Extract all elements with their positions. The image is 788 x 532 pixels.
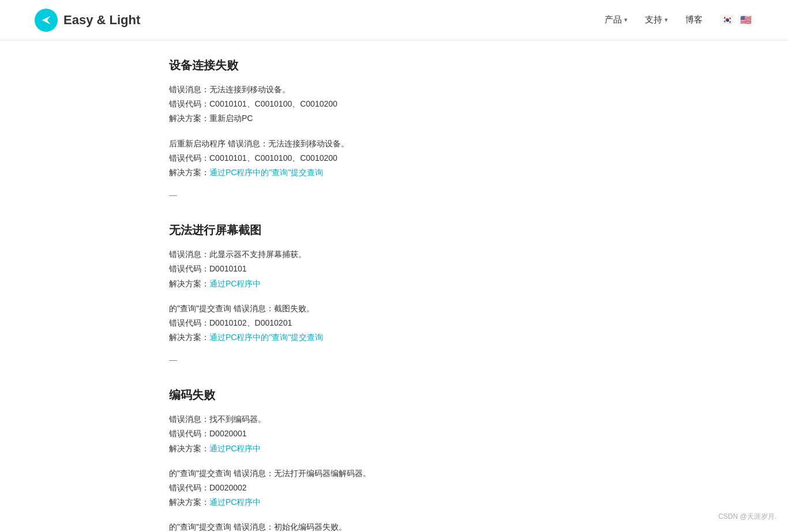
nav-item-blog[interactable]: 博客 [685,14,703,25]
entry-c1: 错误消息：无法连接到移动设备。 错误代码：C0010101、C0010100、C… [169,82,619,126]
section-screenshot-title: 无法进行屏幕截图 [169,222,619,238]
flag-kr[interactable]: 🇰🇷 [720,15,735,25]
e2-line1: 的"查询"提交查询 错误消息：无法打开编码器编解码器。 [169,466,619,481]
c2-line2: 错误代码：C0010101、C0010100、C0010200 [169,151,619,165]
section-encoding: 编码失败 错误消息：找不到编码器。 错误代码：D0020001 解决方案：通过P… [169,387,619,532]
nav-support-label: 支持 [645,14,662,25]
entry-e3: 的"查询"提交查询 错误消息：初始化编码器失败。 [169,520,619,532]
entry-s1: 错误消息：此显示器不支持屏幕捕获。 错误代码：D0010101 解决方案：通过P… [169,247,619,291]
main-content: 设备连接失败 错误消息：无法连接到移动设备。 错误代码：C0010101、C00… [134,40,654,532]
section-encoding-title: 编码失败 [169,387,619,403]
e2-line2: 错误代码：D0020002 [169,481,619,495]
entry-e1: 错误消息：找不到编码器。 错误代码：D0020001 解决方案：通过PC程序中 [169,412,619,456]
nav-item-products[interactable]: 产品 ▾ [605,14,628,25]
c2-line3: 解决方案：通过PC程序中的"查询"提交查询 [169,165,619,180]
e1-link[interactable]: 通过PC程序中 [209,444,261,453]
entry-s2: 的"查询"提交查询 错误消息：截图失败。 错误代码：D0010102、D0010… [169,301,619,345]
e1-line3: 解决方案：通过PC程序中 [169,442,619,456]
nav-right: 产品 ▾ 支持 ▾ 博客 🇰🇷 🇺🇸 [605,14,753,25]
e3-line1: 的"查询"提交查询 错误消息：初始化编码器失败。 [169,520,619,532]
watermark: CSDN @天涯岁月. [718,512,776,522]
brand-name: Easy & Light [63,13,140,28]
section-screenshot-dash: — [169,355,619,364]
logo-link[interactable]: Easy & Light [35,9,140,32]
logo-svg [40,14,52,27]
section-connection-dash: — [169,190,619,199]
e2-line3: 解决方案：通过PC程序中 [169,495,619,510]
c1-line2: 错误代码：C0010101、C0010100、C0010200 [169,97,619,111]
navbar: Easy & Light 产品 ▾ 支持 ▾ 博客 🇰🇷 🇺🇸 [0,0,788,40]
nav-blog-label: 博客 [685,14,703,25]
s2-line1: 的"查询"提交查询 错误消息：截图失败。 [169,301,619,316]
e1-line1: 错误消息：找不到编码器。 [169,412,619,427]
s1-line1: 错误消息：此显示器不支持屏幕捕获。 [169,247,619,262]
s1-line3: 解决方案：通过PC程序中 [169,277,619,291]
nav-flags: 🇰🇷 🇺🇸 [720,15,753,25]
e2-link[interactable]: 通过PC程序中 [209,497,261,507]
s2-line3: 解决方案：通过PC程序中的"查询"提交查询 [169,330,619,345]
entry-c2: 后重新启动程序 错误消息：无法连接到移动设备。 错误代码：C0010101、C0… [169,137,619,180]
e1-line2: 错误代码：D0020001 [169,427,619,441]
c1-line1: 错误消息：无法连接到移动设备。 [169,82,619,97]
section-screenshot: 无法进行屏幕截图 错误消息：此显示器不支持屏幕捕获。 错误代码：D0010101… [169,222,619,364]
nav-support-chevron: ▾ [665,16,668,24]
section-connection-title: 设备连接失败 [169,58,619,73]
c1-line3: 解决方案：重新启动PC [169,111,619,126]
s1-line2: 错误代码：D0010101 [169,262,619,276]
s2-link[interactable]: 通过PC程序中的"查询"提交查询 [209,333,323,342]
nav-item-support[interactable]: 支持 ▾ [645,14,668,25]
c2-line1: 后重新启动程序 错误消息：无法连接到移动设备。 [169,137,619,151]
c2-link[interactable]: 通过PC程序中的"查询"提交查询 [209,168,323,177]
logo-icon [35,9,58,32]
section-connection: 设备连接失败 错误消息：无法连接到移动设备。 错误代码：C0010101、C00… [169,58,619,199]
nav-products-label: 产品 [605,14,622,25]
entry-e2: 的"查询"提交查询 错误消息：无法打开编码器编解码器。 错误代码：D002000… [169,466,619,510]
s2-line2: 错误代码：D0010102、D0010201 [169,316,619,330]
flag-us[interactable]: 🇺🇸 [738,15,753,25]
nav-products-chevron: ▾ [624,16,628,24]
s1-link[interactable]: 通过PC程序中 [209,279,261,288]
